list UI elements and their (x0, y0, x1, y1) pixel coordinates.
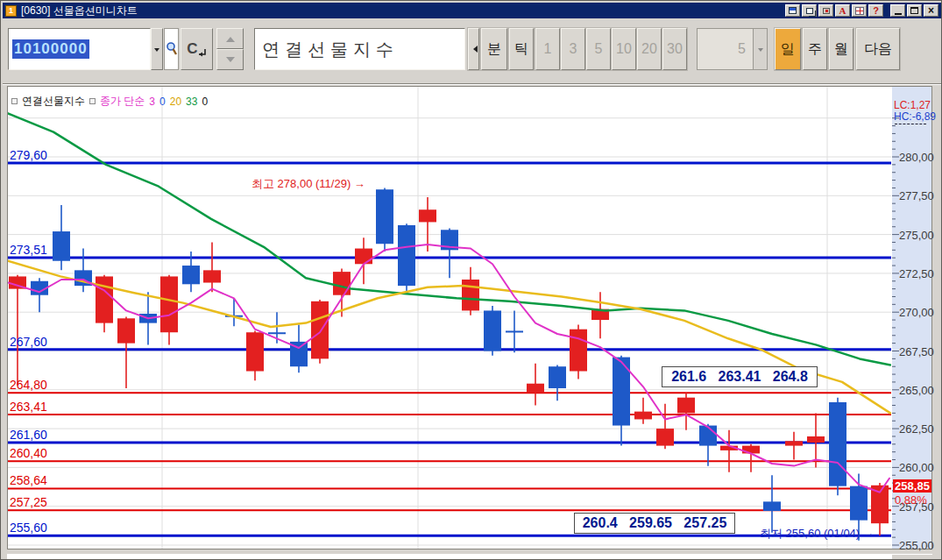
period-minute-button[interactable]: 분 (481, 28, 507, 70)
price-line-label: 264,80 (10, 378, 47, 392)
price-line-label: 255,60 (10, 521, 47, 535)
chevron-down-icon (154, 48, 159, 54)
toolbar-separator (3, 83, 941, 85)
interval-3-button[interactable]: 3 (561, 28, 585, 70)
axis-label: 280,00 (899, 151, 931, 164)
price-line-label: 257,25 (10, 495, 47, 509)
interval-20-button[interactable]: 20 (637, 28, 662, 70)
price-line-label: 261,60 (10, 428, 47, 442)
maximize-button[interactable] (907, 4, 922, 17)
price-line-label: 260,40 (10, 446, 47, 460)
split-icon (855, 7, 864, 15)
close-button[interactable]: × (924, 4, 938, 17)
arrow-right-icon: → (354, 177, 365, 190)
duplicate-icon (806, 8, 813, 14)
price-line-label: 279,60 (10, 148, 47, 162)
axis-label: 255,00 (899, 539, 931, 552)
window-layout-icon (789, 7, 797, 14)
axis-label: 265,00 (899, 384, 931, 397)
maximize-icon (910, 7, 918, 14)
ma-values-box-lower: 260.4 259.65 257.25 (574, 513, 735, 534)
period-tick-button[interactable]: 틱 (509, 28, 534, 70)
legend-param-33: 33 (186, 96, 197, 108)
current-price-tag: 258,85 (893, 479, 931, 493)
lock-icon[interactable] (818, 4, 833, 17)
minimize-button[interactable] (890, 4, 905, 17)
chart-refresh-button[interactable]: C (181, 28, 213, 70)
chevron-down-icon (226, 57, 235, 67)
legend-param-0a: 0 (159, 96, 166, 108)
return-arrow-icon (196, 48, 207, 59)
interval-combo-value: 5 (698, 41, 753, 57)
legend-indicator-name: 종가 단순 (100, 94, 145, 109)
help-icon: ? (873, 5, 879, 16)
axis-label: 277,50 (899, 189, 931, 202)
interval-combo[interactable]: 5 (697, 28, 768, 70)
interval-30-button[interactable]: 30 (662, 28, 687, 70)
period-next-button[interactable]: 다음 (856, 28, 900, 70)
axis-label: 262,50 (899, 422, 931, 436)
interval-1-button[interactable]: 1 (535, 28, 560, 70)
spinner-up-button[interactable] (216, 28, 244, 49)
symbol-search-button[interactable] (164, 28, 179, 70)
price-line-label: 267,60 (10, 335, 47, 349)
low-annotation: 최저 255,60 (01/04) → (760, 526, 875, 542)
indicator-legend: Slow %K 12.5 Slow %D 0 (58, 556, 134, 560)
app-window: 1 [0630] 선물옵션미니차트 A ? × 10100000 C (0, 0, 942, 560)
axis-label: 260,00 (899, 461, 931, 474)
layout-icon[interactable] (785, 4, 800, 17)
chevron-down-icon (758, 48, 763, 54)
collapse-left-button[interactable] (468, 28, 479, 70)
split-button[interactable] (852, 4, 867, 17)
chart-pane[interactable] (7, 86, 892, 549)
price-line-label: 258,64 (10, 473, 47, 487)
spinner-down-button[interactable] (216, 49, 244, 70)
copy-window-icon[interactable] (802, 4, 817, 17)
magnifier-icon (166, 41, 178, 57)
symbol-code-input[interactable]: 10100000 (8, 28, 151, 70)
price-line-label: 273,51 (10, 243, 47, 257)
chevron-up-icon (226, 32, 235, 42)
code-dropdown-button[interactable] (151, 28, 163, 70)
combo-dropdown-button[interactable] (753, 29, 767, 69)
legend-series-name: 연결선물지수 (22, 94, 85, 109)
close-icon: × (928, 6, 934, 15)
arrow-right-icon: → (863, 527, 875, 540)
font-button[interactable]: A (835, 4, 850, 17)
chevron-left-icon (470, 46, 478, 53)
ma-values-box-upper: 261.6 263.41 264.8 (662, 366, 818, 387)
period-day-button[interactable]: 일 (775, 28, 801, 70)
change-percent: 0,88% (895, 493, 931, 507)
prev-close-dash (895, 124, 926, 124)
pane-splitter[interactable] (7, 549, 932, 555)
help-button[interactable]: ? (868, 4, 883, 17)
period-week-button[interactable]: 주 (803, 28, 827, 70)
axis-label: 275,00 (899, 229, 931, 242)
axis-label: 267,50 (899, 345, 931, 358)
period-month-button[interactable]: 월 (829, 28, 853, 70)
price-line-label: 263,41 (10, 400, 47, 414)
legend-param-20: 20 (170, 96, 181, 108)
high-annotation: 최고 278,00 (11/29) → (251, 176, 365, 192)
minimize-icon (895, 13, 902, 15)
indicator-pane[interactable]: Slow %K 12.5 Slow %D 0 (7, 555, 892, 560)
axis-label: 270,00 (899, 306, 931, 319)
legend-param-3: 3 (149, 96, 155, 108)
axis-label: 272,50 (899, 267, 931, 280)
app-icon: 1 (5, 5, 17, 17)
padlock-icon (823, 8, 830, 14)
window-title: [0630] 선물옵션미니차트 (21, 4, 138, 18)
legend-bullet-icon (89, 98, 96, 104)
font-icon: A (839, 5, 846, 16)
symbol-code-value: 10100000 (12, 39, 89, 59)
legend-param-0b: 0 (202, 96, 208, 108)
chart-legend: 연결선물지수 종가 단순 3 0 20 33 0 (11, 94, 208, 109)
hc-value: HC:-6,89 (894, 110, 936, 123)
interval-5-button[interactable]: 5 (586, 28, 611, 70)
lc-value: LC:1,27 (894, 99, 931, 111)
symbol-name-value: 연결선물지수 (262, 38, 399, 61)
interval-10-button[interactable]: 10 (612, 28, 636, 70)
symbol-name-field[interactable]: 연결선물지수 (254, 28, 465, 70)
legend-bullet-icon (11, 98, 18, 104)
titlebar[interactable]: 1 [0630] 선물옵션미니차트 A ? × (3, 3, 941, 18)
